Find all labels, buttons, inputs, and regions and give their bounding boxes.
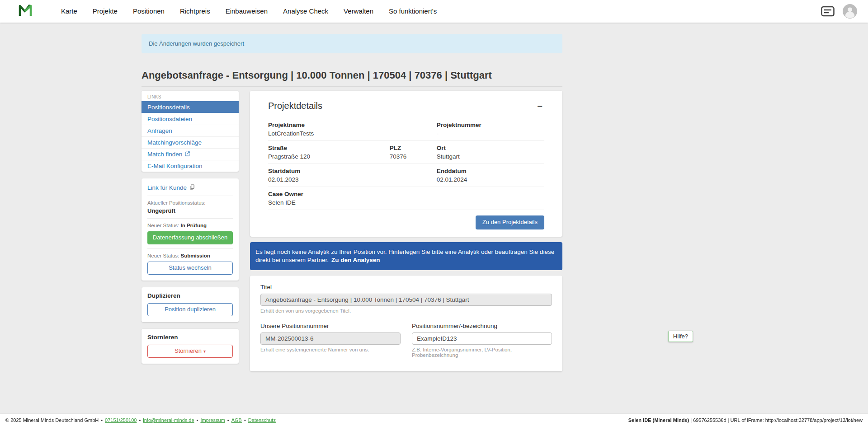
nav-item-projekte[interactable]: Projekte [85, 0, 125, 23]
main-content: Projektdetails − Projektname LotCreation… [250, 91, 562, 371]
footer-separator: • [139, 417, 141, 423]
sidebar-links-card: LINKS Positionsdetails Positionsdateien … [142, 91, 239, 172]
switch-status-button[interactable]: Status wechseln [147, 262, 233, 275]
nav-item-einbauweisen[interactable]: Einbauweisen [218, 0, 275, 23]
next-status-2-line: Neuer Status: Submission [147, 253, 233, 258]
current-status-block: Aktueller Positionsstatus: Ungeprüft [147, 196, 233, 219]
nav-item-verwalten[interactable]: Verwalten [336, 0, 381, 23]
custom-position-number-input[interactable] [412, 332, 552, 345]
sidebar-item-email-konfiguration[interactable]: E-Mail Konfiguration [142, 160, 239, 172]
analytics-banner: Es liegt noch keine Analytik zu Ihrer Po… [250, 242, 562, 270]
project-field-projektname: Projektname LotCreationTests [268, 122, 437, 137]
sidebar-item-anfragen[interactable]: Anfragen [142, 125, 239, 136]
footer: © 2025 Mineral Minds Deutschland GmbH • … [0, 414, 868, 426]
cancel-dropdown-button[interactable]: Stornieren▾ [147, 345, 233, 358]
customer-link-label: Link für Kunde [147, 184, 187, 191]
footer-email-link[interactable]: info@mineral-minds.de [143, 417, 194, 423]
footer-agb-link[interactable]: AGB [231, 417, 242, 423]
project-field-startdatum: Startdatum 02.01.2023 [268, 168, 437, 183]
footer-separator: • [244, 417, 246, 423]
our-position-number-field: Unsere Positionsnummer Erhält eine syste… [260, 323, 401, 358]
sidebar-item-matchingvorschlaege[interactable]: Matchingvorschläge [142, 136, 239, 148]
project-field-ort: Ort Stuttgart [437, 145, 544, 160]
project-field-plz: PLZ 70376 [390, 145, 437, 160]
footer-datenschutz-link[interactable]: Datenschutz [248, 417, 276, 423]
footer-user: Selen IDE (Mineral Minds) [628, 417, 689, 423]
project-details-button[interactable]: Zu den Projektdetails [476, 215, 544, 229]
caret-down-icon: ▾ [203, 349, 206, 354]
analytics-banner-text: Es liegt noch keine Analytik zu Ihrer Po… [255, 248, 554, 263]
session-panel-icon[interactable] [821, 6, 835, 17]
custom-position-number-field: Positionsnummer/-bezeichnung Z.B. Intern… [412, 323, 552, 358]
links-header: LINKS [142, 91, 239, 101]
sidebar-item-match-finden[interactable]: Match finden [142, 148, 239, 160]
analytics-banner-link[interactable]: Zu den Analysen [331, 257, 380, 263]
footer-session-info: Selen IDE (Mineral Minds) | 69576255536d… [628, 417, 863, 423]
customer-link[interactable]: Link für Kunde [147, 184, 194, 191]
footer-copyright: © 2025 Mineral Minds Deutschland GmbH [5, 417, 99, 423]
nav-item-so-funktionierts[interactable]: So funktioniert's [381, 0, 444, 23]
collapse-icon[interactable]: − [535, 101, 544, 112]
external-link-icon [185, 151, 190, 158]
project-details-title: Projektdetails [268, 101, 322, 111]
next-status-label: Neuer Status: [147, 223, 179, 228]
our-position-number-label: Unsere Positionsnummer [260, 323, 401, 329]
footer-separator: • [101, 417, 103, 423]
cancel-button-label: Stornieren [175, 347, 202, 354]
top-navbar: Karte Projekte Positionen Richtpreis Ein… [0, 0, 868, 23]
titel-input [260, 294, 552, 306]
nav-item-positionen[interactable]: Positionen [125, 0, 172, 23]
our-position-number-help: Erhält eine systemgenerierte Nummer von … [260, 347, 401, 352]
project-field-strasse: Straße Pragstraße 120 [268, 145, 390, 160]
app-logo[interactable] [18, 3, 33, 19]
titel-help-text: Erhält den von uns vorgegebenen Titel. [260, 308, 552, 314]
custom-position-number-help: Z.B. Interne-Vorgangsnummer, LV-Position… [412, 347, 552, 358]
project-field-enddatum: Enddatum 02.01.2024 [437, 168, 544, 183]
next-status-1-block: Neuer Status: In Prüfung Datenerfassung … [147, 219, 233, 249]
cancel-title: Stornieren [147, 334, 233, 341]
help-button[interactable]: Hilfe? [668, 331, 693, 342]
footer-left: © 2025 Mineral Minds Deutschland GmbH • … [5, 417, 276, 423]
page-title: Angebotsanfrage - Entsorgung | 10.000 To… [142, 70, 562, 87]
position-form-card: Titel Erhält den von uns vorgegebenen Ti… [250, 276, 562, 371]
project-row-address: Straße Pragstraße 120 PLZ 70376 Ort Stut… [268, 141, 544, 164]
navbar-right [821, 4, 857, 19]
app-area: Die Änderungen wurden gespeichert Angebo… [0, 23, 704, 371]
sidebar: LINKS Positionsdetails Positionsdateien … [142, 91, 239, 364]
main-navigation: Karte Projekte Positionen Richtpreis Ein… [53, 0, 821, 23]
current-status-value: Ungeprüft [147, 207, 233, 214]
next-status-1-line: Neuer Status: In Prüfung [147, 223, 233, 228]
our-position-number-input [260, 332, 401, 345]
footer-impressum-link[interactable]: Impressum [200, 417, 225, 423]
sidebar-item-positionsdetails[interactable]: Positionsdetails [142, 101, 239, 113]
next-status-label: Neuer Status: [147, 253, 179, 258]
project-details-card: Projektdetails − Projektname LotCreation… [250, 91, 562, 237]
mineral-minds-logo-icon [18, 3, 33, 19]
footer-phone-link[interactable]: 07151/250100 [105, 417, 137, 423]
nav-item-karte[interactable]: Karte [53, 0, 85, 23]
footer-session-meta: | 69576255536d | URL of iFrame: http://l… [690, 417, 863, 423]
complete-data-entry-button[interactable]: Datenerfassung abschließen [147, 231, 233, 244]
titel-label: Titel [260, 284, 552, 290]
nav-item-richtpreis[interactable]: Richtpreis [172, 0, 218, 23]
nav-item-analyse-check[interactable]: Analyse Check [275, 0, 336, 23]
footer-separator: • [227, 417, 229, 423]
sidebar-item-label: Match finden [147, 151, 182, 158]
project-row-owner: Case Owner Selen IDE [268, 187, 544, 210]
project-field-case-owner: Case Owner Selen IDE [268, 191, 544, 206]
duplicate-card: Duplizieren Position duplizieren [142, 287, 239, 322]
next-status-2-block: Neuer Status: Submission Status wechseln [147, 249, 233, 275]
project-field-projektnummer: Projektnummer - [437, 122, 544, 137]
success-alert: Die Änderungen wurden gespeichert [142, 34, 562, 53]
next-status-1-value: In Prüfung [181, 223, 207, 228]
sidebar-item-positionsdateien[interactable]: Positionsdateien [142, 113, 239, 125]
current-status-label: Aktueller Positionsstatus: [147, 200, 233, 206]
duplicate-position-button[interactable]: Position duplizieren [147, 303, 233, 316]
user-avatar[interactable] [843, 4, 857, 19]
project-row-dates: Startdatum 02.01.2023 Enddatum 02.01.202… [268, 164, 544, 187]
duplicate-title: Duplizieren [147, 292, 233, 299]
next-status-2-value: Submission [181, 253, 210, 258]
status-card: Link für Kunde Aktueller Positionsstatus… [142, 178, 239, 281]
cancel-card: Stornieren Stornieren▾ [142, 329, 239, 364]
project-row-name: Projektname LotCreationTests Projektnumm… [268, 118, 544, 141]
